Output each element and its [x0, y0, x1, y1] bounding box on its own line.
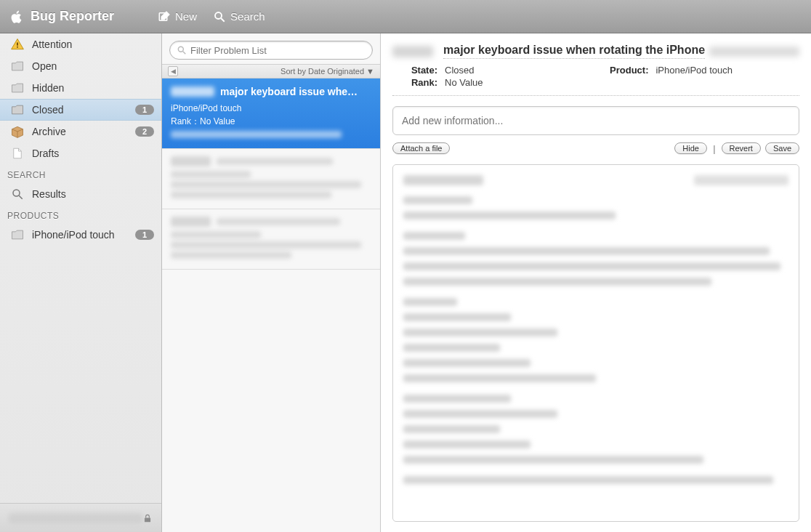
sidebar-item-open[interactable]: Open: [0, 55, 161, 77]
blurred-line: [171, 171, 251, 178]
problem-item[interactable]: [162, 149, 380, 209]
blurred-line: [171, 231, 261, 238]
compose-icon: [158, 10, 171, 23]
search-label: Search: [230, 10, 265, 23]
revert-button[interactable]: Revert: [722, 142, 761, 154]
back-button[interactable]: ◀: [168, 66, 178, 76]
sidebar-item-product[interactable]: iPhone/iPod touch 1: [0, 224, 161, 246]
blurred-line: [403, 359, 530, 367]
blurred-line: [403, 313, 511, 321]
sidebar-header-products: PRODUCTS: [0, 205, 161, 224]
svg-line-2: [221, 18, 225, 22]
svg-line-9: [183, 52, 186, 55]
new-button[interactable]: New: [158, 10, 197, 23]
blurred-id: [171, 217, 211, 227]
sort-bar: ◀ Sort by Date Originated ▼: [162, 64, 380, 78]
svg-rect-4: [17, 47, 18, 48]
blurred-text: [694, 175, 788, 185]
sidebar-label: Open: [32, 60, 154, 72]
sidebar-label: Drafts: [32, 148, 154, 159]
blurred-line: [403, 344, 500, 352]
blurred-line: [403, 410, 557, 418]
add-info-input[interactable]: [392, 106, 799, 135]
blurred-line: [171, 191, 331, 198]
attach-file-button[interactable]: Attach a file: [392, 142, 450, 154]
sidebar-label: Results: [32, 188, 154, 200]
detail-content: [392, 164, 799, 522]
document-icon: [10, 146, 25, 161]
folder-icon: [10, 59, 25, 73]
svg-point-8: [178, 47, 183, 52]
folder-icon: [10, 81, 25, 95]
blurred-line: [403, 374, 596, 382]
blurred-line: [403, 278, 711, 286]
blurred-line: [403, 262, 780, 270]
blurred-id: [171, 156, 211, 166]
blurred-line: [403, 476, 773, 484]
blurred-id: [171, 86, 214, 97]
svg-rect-3: [17, 43, 18, 46]
problem-item[interactable]: [162, 209, 380, 270]
sidebar-label: iPhone/iPod touch: [32, 229, 135, 241]
blurred-line: [403, 232, 465, 240]
sidebar-item-drafts[interactable]: Drafts: [0, 142, 161, 164]
sidebar-item-archive[interactable]: Archive 2: [0, 121, 161, 142]
search-button[interactable]: Search: [213, 10, 265, 23]
sort-label[interactable]: Sort by Date Originated ▼: [281, 67, 374, 76]
separator: |: [713, 143, 716, 154]
attention-icon: [10, 37, 25, 52]
svg-point-1: [215, 12, 222, 19]
sidebar-label: Hidden: [32, 82, 154, 94]
state-value: Closed: [445, 65, 474, 76]
blurred-text: [9, 513, 142, 523]
folder-icon: [10, 102, 25, 117]
blurred-line: [217, 218, 340, 225]
detail-pane: major keyboard issue when rotating the i…: [381, 33, 811, 532]
blurred-text: [709, 47, 799, 57]
state-label: State:: [392, 65, 437, 76]
problem-item[interactable]: major keyboard issue whe… iPhone/iPod to…: [162, 78, 380, 149]
product-label: Product:: [597, 65, 648, 76]
svg-line-6: [19, 196, 23, 199]
search-icon: [213, 10, 226, 23]
problem-sub1: iPhone/iPod touch: [171, 102, 371, 115]
filter-input[interactable]: [169, 41, 373, 60]
blurred-line: [403, 440, 530, 448]
blurred-line: [403, 329, 557, 336]
sidebar-item-attention[interactable]: Attention: [0, 33, 161, 55]
blurred-id: [392, 46, 433, 57]
action-row: Attach a file Hide | Revert Save: [392, 142, 799, 154]
blurred-line: [171, 251, 291, 259]
save-button[interactable]: Save: [765, 142, 799, 154]
blurred-line: [403, 298, 457, 306]
count-badge: 1: [135, 105, 154, 115]
sidebar-item-closed[interactable]: Closed 1: [0, 99, 161, 121]
hide-button[interactable]: Hide: [674, 142, 707, 154]
sidebar-label: Closed: [32, 104, 135, 116]
blurred-line: [403, 196, 472, 204]
detail-header: major keyboard issue when rotating the i…: [392, 44, 799, 96]
problem-title: major keyboard issue whe…: [220, 86, 371, 97]
problem-list-pane: ◀ Sort by Date Originated ▼ major keyboa…: [162, 33, 381, 532]
sidebar: Attention Open Hidden Closed 1: [0, 33, 162, 532]
box-icon: [10, 124, 25, 139]
toolbar: Bug Reporter New Search: [0, 0, 811, 33]
sidebar-label: Attention: [32, 39, 154, 50]
rank-value: No Value: [445, 77, 483, 88]
sidebar-header-search: SEARCH: [0, 164, 161, 183]
folder-icon: [10, 227, 25, 242]
sidebar-item-hidden[interactable]: Hidden: [0, 77, 161, 99]
lock-icon: [142, 512, 153, 524]
blurred-line: [171, 131, 342, 138]
sidebar-item-results[interactable]: Results: [0, 183, 161, 205]
blurred-line: [403, 395, 511, 403]
count-badge: 1: [135, 230, 154, 240]
svg-rect-7: [145, 517, 150, 522]
search-icon: [177, 45, 187, 55]
blurred-line: [403, 247, 770, 255]
app-title: Bug Reporter: [31, 9, 114, 24]
product-value: iPhone/iPod touch: [655, 65, 733, 76]
blurred-text: [403, 175, 483, 185]
blurred-line: [403, 425, 500, 433]
svg-point-5: [13, 190, 20, 196]
